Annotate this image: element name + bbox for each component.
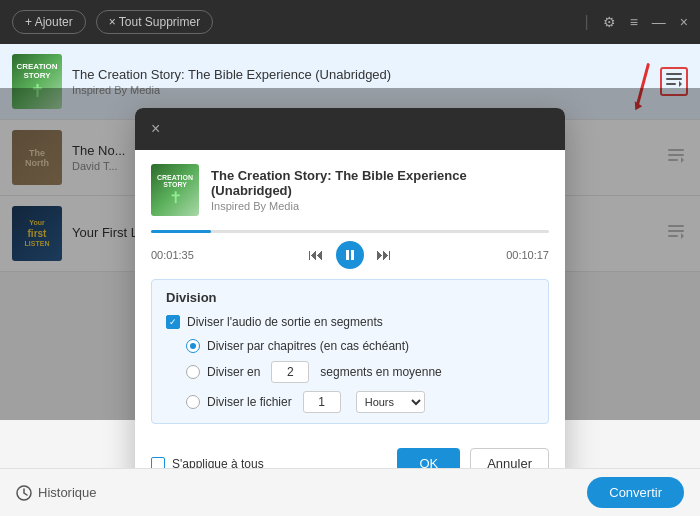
app-window: + Ajouter × Tout Supprimer | ⚙ ≡ — × CRE…: [0, 0, 700, 516]
modal-book-author: Inspired By Media: [211, 200, 549, 212]
svg-marker-3: [679, 81, 682, 87]
modal-cover-image: CREATIONSTORY ✝: [151, 164, 199, 216]
add-button[interactable]: + Ajouter: [12, 10, 86, 34]
modal-book-info: CREATIONSTORY ✝ The Creation Story: The …: [135, 150, 565, 230]
prev-button[interactable]: ⏮: [308, 246, 324, 264]
modal-overlay: × CREATIONSTORY ✝ The Creation Story: Th…: [0, 88, 700, 420]
division-title: Division: [166, 290, 534, 305]
progress-fill: [151, 230, 211, 233]
modal-dialog: × CREATIONSTORY ✝ The Creation Story: Th…: [135, 108, 565, 468]
time-total: 00:10:17: [506, 249, 549, 261]
division-section: Division Diviser l'audio de sortie en se…: [151, 279, 549, 424]
radio-row-3[interactable]: Diviser le fichier Hours Minutes: [186, 391, 534, 413]
progress-controls: 00:01:35 ⏮ ⏭ 00:10:17: [151, 241, 549, 269]
time-current: 00:01:35: [151, 249, 194, 261]
title-bar-icons: | ⚙ ≡ — ×: [584, 13, 688, 31]
settings-icon[interactable]: ⚙: [603, 14, 616, 30]
progress-track[interactable]: [151, 230, 549, 233]
modal-close-button[interactable]: ×: [151, 120, 160, 138]
radio-label-2a: Diviser en: [207, 365, 260, 379]
modal-header: ×: [135, 108, 565, 150]
menu-icon[interactable]: ≡: [630, 14, 638, 30]
history-icon: [16, 485, 32, 501]
book-title-1: The Creation Story: The Bible Experience…: [72, 67, 650, 82]
radio-row-2[interactable]: Diviser en segments en moyenne: [186, 361, 534, 383]
title-divider: |: [584, 13, 588, 31]
close-icon[interactable]: ×: [680, 14, 688, 30]
modal-title-area: The Creation Story: The Bible Experience…: [211, 168, 549, 212]
footer-buttons: OK Annuler: [397, 448, 549, 468]
radio-segments[interactable]: [186, 365, 200, 379]
clear-button[interactable]: × Tout Supprimer: [96, 10, 214, 34]
title-bar: + Ajouter × Tout Supprimer | ⚙ ≡ — ×: [0, 0, 700, 44]
file-input[interactable]: [303, 391, 341, 413]
cancel-button[interactable]: Annuler: [470, 448, 549, 468]
svg-rect-15: [351, 250, 354, 260]
convert-button[interactable]: Convertir: [587, 477, 684, 508]
progress-area: 00:01:35 ⏮ ⏭ 00:10:17: [135, 230, 565, 279]
apply-all-checkbox[interactable]: [151, 457, 165, 469]
modal-footer: S'applique à tous OK Annuler: [135, 438, 565, 468]
modal-book-cover: CREATIONSTORY ✝: [151, 164, 199, 216]
radio-row-1[interactable]: Diviser par chapitres (en cas échéant): [186, 339, 534, 353]
radio-label-1: Diviser par chapitres (en cas échéant): [207, 339, 409, 353]
segment-checkbox[interactable]: [166, 315, 180, 329]
svg-rect-1: [666, 78, 682, 80]
apply-all-label: S'applique à tous: [172, 457, 264, 469]
checkbox-row[interactable]: Diviser l'audio de sortie en segments: [166, 315, 534, 329]
svg-rect-14: [346, 250, 349, 260]
hours-select[interactable]: Hours Minutes: [356, 391, 425, 413]
modal-book-title: The Creation Story: The Bible Experience…: [211, 168, 549, 198]
history-button[interactable]: Historique: [16, 485, 97, 501]
radio-file[interactable]: [186, 395, 200, 409]
radio-label-3: Diviser le fichier: [207, 395, 292, 409]
segments-input[interactable]: [271, 361, 309, 383]
checkbox-label: Diviser l'audio de sortie en segments: [187, 315, 383, 329]
minimize-icon[interactable]: —: [652, 14, 666, 30]
radio-label-2b: segments en moyenne: [320, 365, 441, 379]
svg-rect-0: [666, 73, 682, 75]
bottom-bar: Historique Convertir: [0, 468, 700, 516]
next-button[interactable]: ⏭: [376, 246, 392, 264]
radio-chapters[interactable]: [186, 339, 200, 353]
apply-all-row[interactable]: S'applique à tous: [151, 457, 264, 469]
play-button[interactable]: [336, 241, 364, 269]
history-label: Historique: [38, 485, 97, 500]
content-area: CREATIONSTORY ✝ The Creation Story: The …: [0, 44, 700, 468]
radio-group: Diviser par chapitres (en cas échéant) D…: [166, 339, 534, 413]
playback-buttons: ⏮ ⏭: [308, 241, 392, 269]
svg-rect-2: [666, 83, 676, 85]
ok-button[interactable]: OK: [397, 448, 460, 468]
